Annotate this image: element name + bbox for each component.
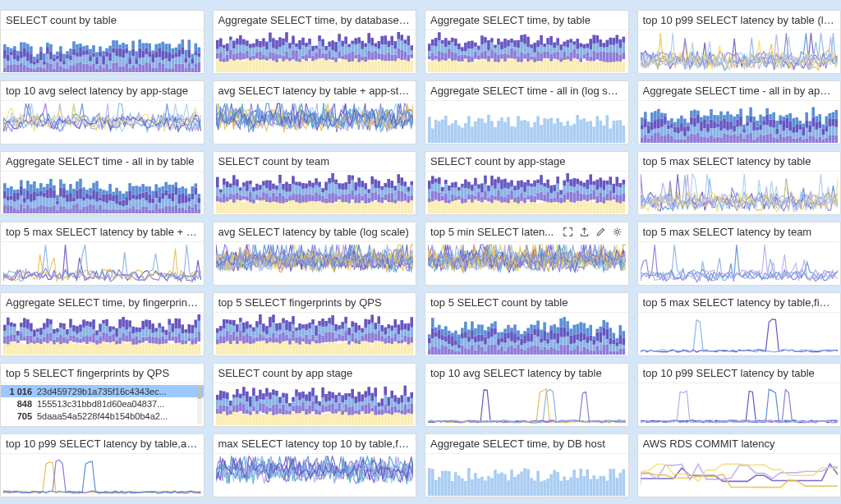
dashboard-panel[interactable]: Aggregate SELECT time - all in by app-s.…: [637, 80, 842, 144]
list-item[interactable]: 7055daaa54a5228f44b154b0b4a2...: [1, 410, 204, 422]
panel-chart[interactable]: [1, 313, 204, 355]
dashboard-panel[interactable]: top 10 avg SELECT latency by table: [425, 363, 629, 427]
panel-header[interactable]: top 5 max SELECT latency by table: [638, 152, 841, 172]
panel-header[interactable]: Aggregate SELECT time, by fingerprint/..…: [1, 293, 204, 313]
panel-header[interactable]: top 10 avg select latency by app-stage: [1, 81, 204, 101]
panel-chart[interactable]: [425, 383, 628, 426]
panel-chart[interactable]: [425, 313, 628, 355]
panel-header[interactable]: Aggregate SELECT time, by database_h...: [214, 11, 416, 30]
dashboard-panel[interactable]: Aggregate SELECT time, by table: [425, 10, 629, 74]
panel-header[interactable]: top 5 min SELECT laten...: [425, 222, 628, 242]
svg-rect-1182: [135, 195, 138, 199]
panel-header[interactable]: SELECT count by app-stage: [425, 152, 628, 172]
dashboard-panel[interactable]: top 5 SELECT fingerprints by QPS1 01623d…: [0, 363, 205, 427]
panel-header[interactable]: max SELECT latency top 10 by table,fing.…: [214, 434, 416, 454]
dashboard-panel[interactable]: avg SELECT latency by table (log scale): [213, 222, 417, 286]
panel-chart[interactable]: [425, 454, 628, 497]
svg-rect-727: [451, 123, 454, 143]
dashboard-panel[interactable]: top 5 max SELECT latency by table + ap..…: [0, 222, 205, 286]
panel-header[interactable]: SELECT count by table: [1, 11, 204, 30]
settings-icon[interactable]: [612, 227, 623, 238]
dashboard-panel[interactable]: SELECT count by app-stage: [425, 151, 629, 215]
dashboard-panel[interactable]: SELECT count by app stage: [213, 363, 417, 427]
dashboard-panel[interactable]: top 5 SELECT fingerprints by QPS: [213, 292, 417, 356]
dashboard-panel[interactable]: top 5 max SELECT latency by table: [637, 151, 842, 215]
panel-chart[interactable]: [1, 101, 204, 144]
dashboard-panel[interactable]: top 10 p99 SELECT latency by table (log …: [637, 10, 842, 74]
scrollbar-thumb[interactable]: [197, 385, 202, 399]
panel-chart[interactable]: [214, 101, 416, 144]
dashboard-panel[interactable]: top 10 p99 SELECT latency by table: [637, 363, 842, 427]
panel-header[interactable]: top 5 SELECT fingerprints by QPS: [214, 293, 416, 313]
svg-rect-2090: [269, 328, 272, 337]
dashboard-panel[interactable]: top 10 avg select latency by app-stage: [0, 80, 205, 144]
panel-chart[interactable]: [425, 172, 628, 214]
scrollbar[interactable]: [197, 385, 202, 424]
panel-chart[interactable]: [638, 30, 841, 73]
dashboard-panel[interactable]: Aggregate SELECT time, by fingerprint/..…: [0, 292, 205, 356]
panel-chart[interactable]: [425, 30, 628, 73]
panel-chart[interactable]: 1 01623d459729b1a735f16c4343ec...8481555…: [1, 383, 204, 426]
dashboard-panel[interactable]: Aggregate SELECT time, by DB host: [425, 433, 629, 497]
dashboard-panel[interactable]: SELECT count by team: [213, 151, 417, 215]
panel-chart[interactable]: [214, 242, 416, 285]
panel-chart[interactable]: [638, 172, 841, 214]
panel-header[interactable]: top 5 max SELECT latency by team: [638, 222, 841, 242]
dashboard-panel[interactable]: Aggregate SELECT time - all in (log scal…: [425, 80, 629, 144]
dashboard-panel[interactable]: top 5 max SELECT latency by team: [637, 222, 842, 286]
dashboard-panel[interactable]: top 5 max SELECT latency by table,finge.…: [637, 292, 842, 356]
panel-chart[interactable]: [214, 30, 416, 73]
dashboard-panel[interactable]: Aggregate SELECT time, by database_h...: [213, 10, 417, 74]
dashboard-panel[interactable]: max SELECT latency top 10 by table,fing.…: [213, 433, 417, 497]
svg-rect-178: [148, 51, 151, 57]
panel-chart[interactable]: [1, 30, 204, 73]
panel-chart[interactable]: [638, 242, 841, 285]
panel-chart[interactable]: [214, 313, 416, 355]
panel-chart[interactable]: [638, 313, 841, 355]
panel-header[interactable]: top 10 p99 SELECT latency by table,app-.…: [1, 434, 204, 454]
dashboard-panel[interactable]: avg SELECT latency by table + app-stage: [213, 80, 417, 144]
panel-chart[interactable]: [638, 383, 841, 426]
dashboard-panel[interactable]: AWS RDS COMMIT latency: [637, 433, 842, 497]
panel-header[interactable]: Aggregate SELECT time - all in by table: [1, 152, 204, 172]
edit-icon[interactable]: [595, 227, 607, 238]
panel-header[interactable]: SELECT count by app stage: [214, 364, 416, 383]
panel-header[interactable]: top 10 p99 SELECT latency by table (log …: [638, 11, 841, 30]
panel-chart[interactable]: [214, 383, 416, 426]
list-item[interactable]: 1 01623d459729b1a735f16c4343ec...: [1, 385, 204, 397]
svg-rect-1079: [49, 179, 53, 188]
panel-header[interactable]: top 5 max SELECT latency by table,finge.…: [638, 293, 841, 313]
panel-chart[interactable]: [214, 172, 416, 214]
panel-header[interactable]: avg SELECT latency by table (log scale): [214, 222, 416, 242]
dashboard-panel[interactable]: top 10 p99 SELECT latency by table,app-.…: [0, 433, 205, 497]
panel-chart[interactable]: [638, 101, 841, 144]
share-icon[interactable]: [579, 227, 591, 238]
panel-header[interactable]: top 5 SELECT count by table: [425, 293, 628, 313]
panel-header[interactable]: Aggregate SELECT time - all in (log scal…: [425, 81, 628, 101]
panel-chart[interactable]: [638, 454, 841, 497]
panel-header[interactable]: avg SELECT latency by table + app-stage: [214, 81, 416, 101]
fullscreen-icon[interactable]: [563, 227, 574, 238]
panel-chart[interactable]: [425, 242, 628, 285]
dashboard-panel[interactable]: Aggregate SELECT time - all in by table: [0, 151, 205, 215]
svg-rect-1612: [484, 184, 487, 191]
panel-header[interactable]: top 10 avg SELECT latency by table: [425, 364, 628, 383]
panel-header[interactable]: top 5 SELECT fingerprints by QPS: [1, 364, 204, 383]
panel-header[interactable]: top 5 max SELECT latency by table + ap..…: [1, 222, 204, 242]
panel-header[interactable]: SELECT count by team: [214, 152, 416, 172]
dashboard-panel[interactable]: SELECT count by table: [0, 10, 205, 74]
panel-chart[interactable]: [425, 101, 628, 144]
panel-header[interactable]: Aggregate SELECT time - all in by app-s.…: [638, 81, 841, 101]
dashboard-panel[interactable]: top 5 SELECT count by table: [425, 292, 629, 356]
list-item[interactable]: 848155513c31bbd81d60ea04837...: [1, 397, 204, 410]
svg-rect-1809: [10, 323, 13, 327]
panel-header[interactable]: Aggregate SELECT time, by DB host: [425, 434, 628, 454]
panel-header[interactable]: Aggregate SELECT time, by table: [425, 11, 628, 30]
panel-chart[interactable]: [214, 454, 416, 497]
panel-chart[interactable]: [1, 172, 204, 214]
dashboard-panel[interactable]: top 5 min SELECT laten...: [425, 222, 629, 286]
panel-chart[interactable]: [1, 242, 204, 285]
panel-chart[interactable]: [1, 454, 204, 497]
panel-header[interactable]: top 10 p99 SELECT latency by table: [638, 364, 841, 383]
panel-header[interactable]: AWS RDS COMMIT latency: [638, 434, 841, 454]
